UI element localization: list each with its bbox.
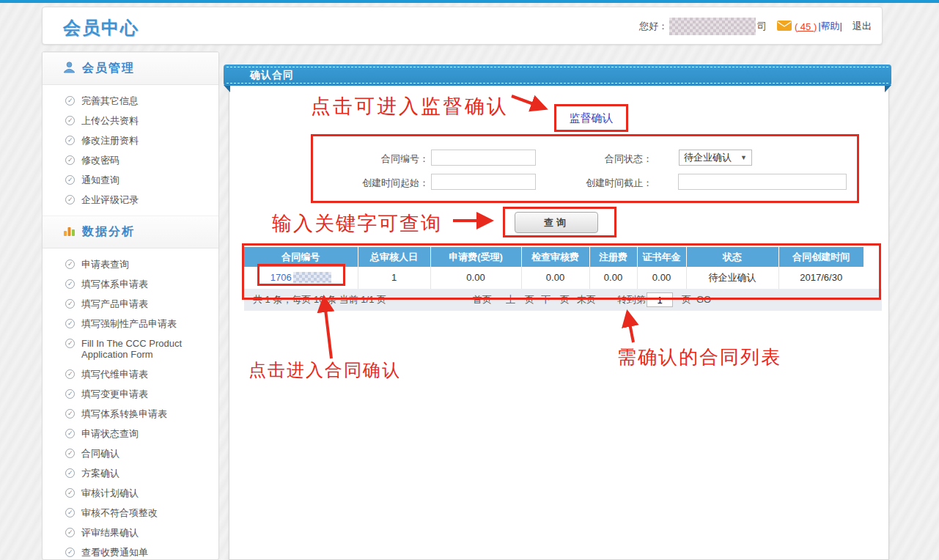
pagination-go-button[interactable]: GO <box>696 289 711 311</box>
check-circle-icon <box>65 468 75 478</box>
header: 会员中心 您好： 司 ( 45 ) |帮助| 退出 <box>42 7 883 45</box>
col-contract-no: 合同编号 <box>244 247 358 267</box>
sidebar-item-system-application[interactable]: 填写体系申请表 <box>43 274 218 294</box>
pagination-first[interactable]: 首页 <box>473 289 492 311</box>
col-created-time: 合同创建时间 <box>778 247 863 267</box>
query-button[interactable]: 查询 <box>515 212 598 233</box>
pagination-last[interactable]: 末页 <box>577 289 596 311</box>
create-time-start-input[interactable] <box>431 174 536 190</box>
create-time-end-label: 创建时间截止： <box>531 177 652 190</box>
check-circle-icon <box>65 508 75 517</box>
sidebar-item-upload-docs[interactable]: 上传公共资料 <box>43 111 218 130</box>
sidebar-item-change-application[interactable]: 填写变更申请表 <box>43 384 218 404</box>
sidebar-item-review-result[interactable]: 评审结果确认 <box>43 523 218 542</box>
col-certificate-fee: 证书年金 <box>637 247 686 267</box>
contract-number-link[interactable]: 1706 <box>270 272 292 283</box>
pagination-goto-label: 转到第 <box>617 289 646 311</box>
pagination-page-suffix: 页 <box>682 289 691 311</box>
check-circle-icon <box>65 195 75 205</box>
sidebar-item-ccc-application[interactable]: 填写强制性产品申请表 <box>43 314 218 334</box>
sidebar-item-nonconformity[interactable]: 审核不符合项整改 <box>43 503 218 523</box>
cell-application-fee: 0.00 <box>430 267 521 289</box>
sidebar-item-plan-confirm[interactable]: 方案确认 <box>43 463 218 483</box>
check-circle-icon <box>65 299 75 309</box>
check-circle-icon <box>65 319 75 328</box>
sidebar-item-fee-notice[interactable]: 查看收费通知单 <box>43 542 218 560</box>
greeting-text: 您好： <box>639 20 668 33</box>
check-circle-icon <box>65 175 75 185</box>
check-circle-icon <box>65 96 75 106</box>
check-circle-icon <box>65 279 75 289</box>
pagination-next[interactable]: 下一页 <box>541 289 570 311</box>
chevron-down-icon: ▼ <box>740 154 747 161</box>
sidebar-item-notice-query[interactable]: 通知查询 <box>43 170 218 190</box>
col-audit-days: 总审核人日 <box>358 247 430 267</box>
help-link[interactable]: |帮助| <box>818 20 842 33</box>
greeting-suffix: 司 <box>757 20 767 33</box>
page-title: 确认合同 <box>250 65 294 86</box>
top-accent-strip <box>0 0 939 3</box>
annotation-query: 输入关键字可查询 <box>272 210 442 237</box>
contract-status-select[interactable]: 待企业确认 ▼ <box>679 150 752 166</box>
header-user-area: 您好： 司 ( 45 ) |帮助| 退出 <box>639 7 872 45</box>
annotation-contract: 点击进入合同确认 <box>248 358 401 382</box>
sidebar-item-daiwei-application[interactable]: 填写代维申请表 <box>43 364 218 384</box>
mail-icon[interactable] <box>777 21 792 33</box>
supervise-confirm-link[interactable]: 监督确认 <box>554 104 628 132</box>
col-inspection-fee: 检查审核费 <box>521 247 589 267</box>
member-icon <box>63 61 76 76</box>
pagination-page-input[interactable] <box>647 292 673 307</box>
mail-count[interactable]: ( 45 ) <box>795 21 817 32</box>
check-circle-icon <box>65 369 75 379</box>
sidebar-item-contract-confirm[interactable]: 合同确认 <box>43 443 218 463</box>
cell-registration-fee: 0.00 <box>589 267 637 289</box>
sidebar-item-ccc-application-en[interactable]: Fill In The CCC Product Application Form <box>43 334 218 364</box>
check-circle-icon <box>65 488 75 498</box>
site-logo: 会员中心 <box>63 16 139 40</box>
pagination-summary: 共 1 条，每页 10 条 当前 1/1 页 <box>253 289 386 311</box>
cell-created-time: 2017/6/30 <box>778 267 863 289</box>
check-circle-icon <box>65 429 75 438</box>
sidebar-item-edit-registration[interactable]: 修改注册资料 <box>43 130 218 150</box>
create-time-end-input[interactable] <box>678 174 847 190</box>
contract-number-redacted <box>293 272 331 283</box>
company-name-redacted <box>669 18 756 35</box>
logout-link[interactable]: 退出 <box>853 20 872 33</box>
sidebar-item-application-query[interactable]: 申请表查询 <box>43 254 218 274</box>
panel-title-ribbon: 确认合同 <box>224 65 891 86</box>
sidebar-item-product-application[interactable]: 填写产品申请表 <box>43 294 218 314</box>
sidebar-item-change-password[interactable]: 修改密码 <box>43 150 218 170</box>
contract-no-input[interactable] <box>431 150 536 166</box>
check-circle-icon <box>65 116 75 125</box>
check-circle-icon <box>65 389 75 399</box>
cell-status: 待企业确认 <box>686 267 778 289</box>
check-circle-icon <box>65 409 75 419</box>
sidebar-item-audit-plan-confirm[interactable]: 审核计划确认 <box>43 483 218 503</box>
sidebar-item-system-transfer[interactable]: 填写体系转换申请表 <box>43 404 218 424</box>
check-circle-icon <box>65 259 75 269</box>
check-circle-icon <box>65 136 75 145</box>
cell-audit-days: 1 <box>358 267 430 289</box>
sidebar-item-status-query[interactable]: 申请状态查询 <box>43 424 218 443</box>
contract-status-label: 合同状态： <box>531 152 652 166</box>
cell-inspection-fee: 0.00 <box>521 267 589 289</box>
check-circle-icon <box>65 449 75 458</box>
ribbon-fold-right <box>885 85 891 92</box>
contract-status-value: 待企业确认 <box>684 151 732 164</box>
sidebar-item-rating-record[interactable]: 企业评级记录 <box>43 190 218 210</box>
check-circle-icon <box>65 548 75 557</box>
cell-contract-no: 1706 <box>244 267 358 289</box>
col-registration-fee: 注册费 <box>589 247 637 267</box>
contract-no-label: 合同编号： <box>311 152 429 166</box>
annotation-list: 需确认的合同列表 <box>617 345 781 370</box>
table-header-row: 合同编号 总审核人日 申请费(受理) 检查审核费 注册费 证书年金 状态 合同创… <box>244 247 863 267</box>
sidebar: 会员管理 完善其它信息 上传公共资料 修改注册资料 修改密码 通知查询 企业评级… <box>42 51 219 560</box>
sidebar-item-complete-info[interactable]: 完善其它信息 <box>43 91 218 111</box>
table-row: 1706 1 0.00 0.00 0.00 0.00 待企业确认 2017/6/… <box>244 267 863 289</box>
create-time-start-label: 创建时间起始： <box>311 177 429 190</box>
ribbon-fold-left <box>224 85 230 92</box>
sidebar-section-title: 会员管理 <box>82 61 135 76</box>
ribbon-stitch <box>227 67 888 84</box>
sidebar-section-title: 数据分析 <box>82 224 135 240</box>
pagination-prev[interactable]: 上一页 <box>506 289 534 311</box>
